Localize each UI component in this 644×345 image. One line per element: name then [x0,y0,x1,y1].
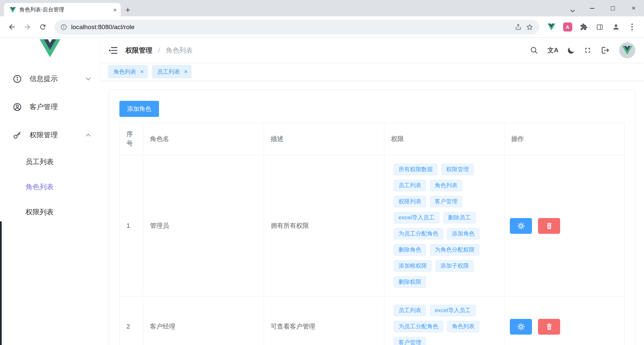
permission-tag: 权限管理 [441,164,474,175]
minimize-button[interactable] [582,0,602,16]
permission-tag: 删除权限 [394,276,426,288]
avatar[interactable] [619,42,635,58]
cell-permissions: 所有权限数据权限管理员工列表角色列表权限列表客户管理excel导入员工删除员工为… [384,155,504,296]
cell-role-name: 管理员 [143,155,264,296]
new-tab-button[interactable]: + [121,3,135,16]
delete-role-button[interactable] [538,319,560,335]
permission-tag: 为员工分配角色 [394,321,443,332]
permission-tag: 添加角色 [447,228,479,239]
breadcrumb: 权限管理 / 角色列表 [125,46,193,55]
app-root: 信息提示客户管理权限管理员工列表角色列表权限列表 权限管理 / 角色列表 文A [0,38,644,345]
vue-favicon [9,7,16,13]
permission-tag: 客户管理 [394,337,426,345]
permission-tag: 员工列表 [394,305,426,316]
sidebar-item-label: 客户管理 [30,102,90,112]
sidebar-item-1[interactable]: 信息提示 [0,65,100,93]
window-close-button[interactable]: × [623,0,644,16]
breadcrumb-separator: / [158,47,160,54]
refresh-icon[interactable] [36,20,50,34]
close-icon[interactable]: × [140,69,144,75]
translate-icon[interactable]: 文A [547,46,558,55]
cell-role-name: 客户经理 [143,296,264,345]
logout-icon[interactable] [601,46,610,55]
address-bar[interactable]: localhost:8080/acl/role [54,20,539,34]
column-header: 序号 [120,123,143,155]
side-panel-icon[interactable] [592,20,607,34]
sidebar-subitem[interactable]: 权限列表 [0,199,100,224]
cell-description: 可查看客户管理 [264,296,384,345]
edit-role-button[interactable] [510,218,532,234]
cell-operations [504,296,625,345]
table-row: 1管理员拥有所有权限所有权限数据权限管理员工列表角色列表权限列表客户管理exce… [120,155,625,296]
info-icon [13,74,23,83]
column-header: 描述 [264,123,384,155]
navbar: 权限管理 / 角色列表 文A [100,38,644,63]
permission-tag: 权限列表 [394,196,426,207]
sidebar-menu: 信息提示客户管理权限管理员工列表角色列表权限列表 [0,65,100,224]
permission-tag: 为员工分配角色 [394,228,443,239]
key-icon [13,131,23,140]
role-table: 序号角色名描述权限操作 1管理员拥有所有权限所有权限数据权限管理员工列表角色列表… [119,123,625,345]
cell-description: 拥有所有权限 [264,155,384,296]
tagsview-tab-label: 角色列表 [113,68,136,76]
extensions-puzzle-icon[interactable] [576,20,591,34]
permission-tag: 删除员工 [443,212,476,223]
main-area: 权限管理 / 角色列表 文A 角色列表× [100,38,644,345]
permission-tag: 添加子权限 [436,260,474,272]
sidebar-item-3[interactable]: 权限管理 [0,121,100,149]
browser-toolbar: localhost:8080/acl/role A [0,16,644,38]
close-icon[interactable]: × [184,69,188,75]
permission-tag: 角色列表 [430,180,462,191]
sidebar-item-2[interactable]: 客户管理 [0,93,100,121]
tags-view: 角色列表×员工列表× [100,63,644,81]
breadcrumb-current: 角色列表 [166,47,193,54]
pink-extension-icon[interactable]: A [560,20,575,34]
profile-icon[interactable] [608,20,623,34]
fullscreen-icon[interactable] [584,46,592,54]
permission-tag: 所有权限数据 [394,164,437,175]
permission-tag: excel导入员工 [430,305,476,316]
browser-tab-title: 角色列表-后台管理 [19,6,110,13]
cell-operations [504,155,625,296]
tab-search-chevron-icon[interactable] [570,9,575,12]
maximize-button[interactable] [602,0,623,16]
permission-tags: 所有权限数据权限管理员工列表角色列表权限列表客户管理excel导入员工删除员工为… [394,164,493,288]
add-role-button[interactable]: 添加角色 [119,101,159,117]
dark-mode-moon-icon[interactable] [568,47,574,54]
column-header: 角色名 [143,123,264,155]
table-body: 1管理员拥有所有权限所有权限数据权限管理员工列表角色列表权限列表客户管理exce… [120,155,625,345]
page-content: 添加角色 序号角色名描述权限操作 1管理员拥有所有权限所有权限数据权限管理员工列… [100,81,644,345]
cell-permissions: 员工列表excel导入员工为员工分配角色角色列表客户管理 [384,296,504,345]
site-info-icon[interactable] [60,24,67,30]
tagsview-tab[interactable]: 员工列表× [152,65,192,78]
table-header-row: 序号角色名描述权限操作 [120,123,625,155]
vue-extension-icon[interactable] [544,20,559,34]
breadcrumb-parent[interactable]: 权限管理 [125,47,152,54]
table-row: 2客户经理可查看客户管理员工列表excel导入员工为员工分配角色角色列表客户管理 [120,296,625,345]
tab-close-icon[interactable]: × [113,7,117,13]
back-icon[interactable] [5,20,19,34]
forward-icon[interactable] [20,20,34,34]
tagsview-tab[interactable]: 角色列表× [108,65,148,78]
permission-tag: 客户管理 [430,196,462,207]
cell-index: 1 [120,155,143,296]
url-text[interactable]: localhost:8080/acl/role [71,23,135,31]
browser-tabstrip: 角色列表-后台管理 × + × [0,0,644,16]
sidebar-subitem[interactable]: 员工列表 [0,149,100,174]
menu-kebab-icon[interactable] [625,20,639,34]
share-icon[interactable] [515,23,522,31]
sidebar: 信息提示客户管理权限管理员工列表角色列表权限列表 [0,38,100,345]
browser-tab[interactable]: 角色列表-后台管理 × [4,3,121,16]
bookmark-star-icon[interactable] [526,23,533,31]
sidebar-subitem[interactable]: 角色列表 [0,174,100,199]
sidebar-edge-strip [0,221,2,345]
tagsview-tab-label: 员工列表 [157,68,180,76]
hamburger-icon[interactable] [109,47,117,54]
sidebar-item-label: 信息提示 [30,74,87,83]
search-icon[interactable] [530,46,538,54]
app-logo [0,38,100,65]
chevron-down-icon [86,76,91,80]
delete-role-button[interactable] [538,218,560,234]
permission-tag: 为角色分配权限 [430,244,479,256]
edit-role-button[interactable] [510,319,532,335]
